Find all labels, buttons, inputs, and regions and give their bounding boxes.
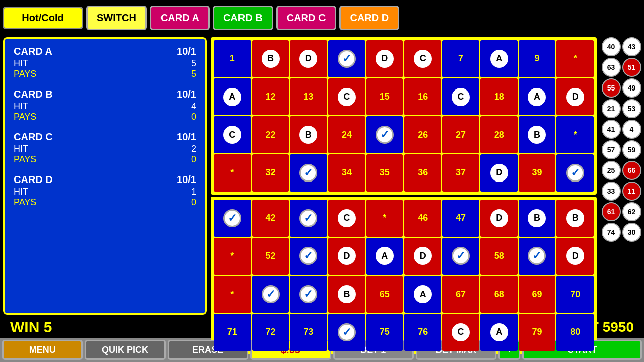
cell-check25[interactable]: ✓ xyxy=(366,116,404,153)
ball-row: 2566 xyxy=(602,161,641,180)
cell-check33[interactable]: ✓ xyxy=(290,154,327,192)
cell-D1[interactable]: D xyxy=(290,40,327,77)
switch-tab[interactable]: SWITCH xyxy=(86,6,147,30)
cell-check43[interactable]: ✓ xyxy=(290,200,327,237)
main-area: CARD A 10/1 HIT 5 PAYS 5 CARD B 10/1 HIT… xyxy=(0,35,644,317)
cell-C6[interactable]: C xyxy=(442,314,479,351)
card-d-hit-val: 1 xyxy=(191,187,196,197)
cell-35[interactable]: 35 xyxy=(366,154,404,192)
cell-A3[interactable]: A xyxy=(519,78,556,116)
cell-75[interactable]: 75 xyxy=(366,314,404,351)
cell-65[interactable]: 65 xyxy=(366,276,404,313)
cell-58[interactable]: 58 xyxy=(480,238,518,275)
cell-C4[interactable]: C xyxy=(214,116,251,153)
cell-18[interactable]: 18 xyxy=(480,78,518,116)
cell-71[interactable]: 71 xyxy=(214,314,251,351)
cell-7[interactable]: 7 xyxy=(442,40,479,77)
card-b-tab[interactable]: CARD B xyxy=(213,6,273,30)
cell-39[interactable]: 39 xyxy=(519,154,556,192)
cell-27[interactable]: 27 xyxy=(442,116,479,153)
cell-star2[interactable]: * xyxy=(556,116,594,153)
win-display: WIN 5 xyxy=(10,319,52,336)
cell-check4[interactable]: ✓ xyxy=(328,40,365,77)
cell-D2[interactable]: D xyxy=(366,40,404,77)
cell-check63[interactable]: ✓ xyxy=(290,276,327,313)
cell-star3[interactable]: * xyxy=(214,154,251,192)
ball-row: 2153 xyxy=(602,99,641,118)
cell-68[interactable]: 68 xyxy=(480,276,518,313)
cell-69[interactable]: 69 xyxy=(519,276,556,313)
cell-check59[interactable]: ✓ xyxy=(519,238,556,275)
cell-47[interactable]: 47 xyxy=(442,200,479,237)
cell-1[interactable]: 1 xyxy=(214,40,251,77)
cell-D8[interactable]: D xyxy=(556,238,594,275)
cell-A5[interactable]: A xyxy=(404,276,441,313)
card-c-tab[interactable]: CARD C xyxy=(276,6,337,30)
cell-52[interactable]: 52 xyxy=(252,238,289,275)
cell-37[interactable]: 37 xyxy=(442,154,479,192)
cell-42[interactable]: 42 xyxy=(252,200,289,237)
cell-28[interactable]: 28 xyxy=(480,116,518,153)
card-d-tab[interactable]: CARD D xyxy=(339,6,399,30)
cell-B3[interactable]: B xyxy=(519,116,556,153)
ball-row: 5549 xyxy=(602,78,641,98)
cell-C2[interactable]: C xyxy=(328,78,365,116)
cell-A6[interactable]: A xyxy=(480,314,518,351)
cell-15[interactable]: 15 xyxy=(366,78,404,116)
cell-46[interactable]: 46 xyxy=(404,200,441,237)
cell-79[interactable]: 79 xyxy=(519,314,556,351)
cell-9[interactable]: 9 xyxy=(519,40,556,77)
hot-cold-button[interactable]: Hot/Cold xyxy=(3,7,83,29)
cell-B2[interactable]: B xyxy=(290,116,327,153)
cell-C5[interactable]: C xyxy=(328,200,365,237)
cell-check53[interactable]: ✓ xyxy=(290,238,327,275)
cell-star1[interactable]: * xyxy=(556,40,594,77)
cell-D5[interactable]: D xyxy=(480,200,518,237)
cell-check41[interactable]: ✓ xyxy=(214,200,251,237)
ball-53: 53 xyxy=(622,99,641,118)
cell-B1[interactable]: B xyxy=(252,40,289,77)
cell-13[interactable]: 13 xyxy=(290,78,327,116)
cell-34[interactable]: 34 xyxy=(328,154,365,192)
cell-24[interactable]: 24 xyxy=(328,116,365,153)
cell-32[interactable]: 32 xyxy=(252,154,289,192)
cell-70[interactable]: 70 xyxy=(556,276,594,313)
cell-D4[interactable]: D xyxy=(480,154,518,192)
ball-row: 6351 xyxy=(602,58,641,77)
cell-80[interactable]: 80 xyxy=(556,314,594,351)
cell-76[interactable]: 76 xyxy=(404,314,441,351)
cell-12[interactable]: 12 xyxy=(252,78,289,116)
cell-73[interactable]: 73 xyxy=(290,314,327,351)
cell-A4[interactable]: A xyxy=(366,238,404,275)
cell-D3[interactable]: D xyxy=(556,78,594,116)
card-c-hit-val: 2 xyxy=(191,144,196,154)
cell-26[interactable]: 26 xyxy=(404,116,441,153)
cell-check57[interactable]: ✓ xyxy=(442,238,479,275)
cell-B6[interactable]: B xyxy=(328,276,365,313)
cell-72[interactable]: 72 xyxy=(252,314,289,351)
cell-67[interactable]: 67 xyxy=(442,276,479,313)
cell-A1[interactable]: A xyxy=(480,40,518,77)
cell-D6[interactable]: D xyxy=(328,238,365,275)
cell-B4[interactable]: B xyxy=(519,200,556,237)
cell-star6[interactable]: * xyxy=(214,276,251,313)
cell-check62[interactable]: ✓ xyxy=(252,276,289,313)
quik-pick-button[interactable]: QUIK PICK xyxy=(85,340,165,360)
card-a-hit-val: 5 xyxy=(191,58,196,69)
ball-row: 4043 xyxy=(602,37,641,56)
cell-check40[interactable]: ✓ xyxy=(556,154,594,192)
cell-star4[interactable]: * xyxy=(366,200,404,237)
cell-D7[interactable]: D xyxy=(404,238,441,275)
cell-check74[interactable]: ✓ xyxy=(328,314,365,351)
cell-star5[interactable]: * xyxy=(214,238,251,275)
cell-C1[interactable]: C xyxy=(404,40,441,77)
cell-16[interactable]: 16 xyxy=(404,78,441,116)
cell-22[interactable]: 22 xyxy=(252,116,289,153)
cell-B5[interactable]: B xyxy=(556,200,594,237)
cell-C3[interactable]: C xyxy=(442,78,479,116)
cell-A2[interactable]: A xyxy=(214,78,251,116)
card-a-stats: CARD A 10/1 HIT 5 PAYS 5 xyxy=(14,46,196,79)
card-a-tab[interactable]: CARD A xyxy=(150,6,210,30)
cell-36[interactable]: 36 xyxy=(404,154,441,192)
menu-button[interactable]: MENU xyxy=(2,340,83,360)
